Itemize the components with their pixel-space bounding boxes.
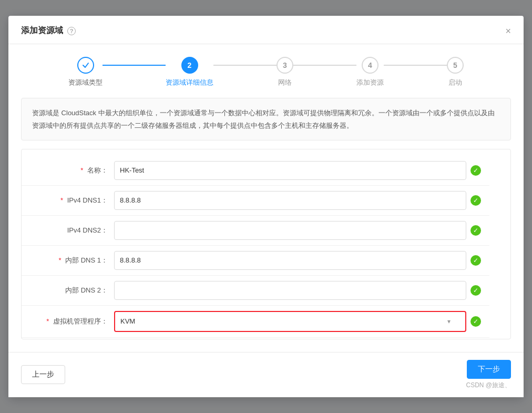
field-name-row: * 名称： ✓ <box>22 156 489 186</box>
field-networkoffering-row: 网络方案： Offering for Shared Security group… <box>22 338 489 339</box>
field-ipv4dns1-input-wrap: ✓ <box>114 191 481 210</box>
connector-2-3 <box>213 65 277 66</box>
step-1: 资源域类型 <box>68 57 103 87</box>
step-3: 3 网络 <box>277 57 293 87</box>
modal-title: 添加资源域 ? <box>21 25 76 36</box>
field-ipv4dns2-row: IPv4 DNS2： ✓ <box>22 216 489 246</box>
form-scroll-area[interactable]: * 名称： ✓ * IPv4 DNS1： <box>22 149 510 339</box>
title-text: 添加资源域 <box>21 25 63 36</box>
hypervisor-select-wrap: KVM VMware XenServer ▾ <box>114 311 466 332</box>
step-4-circle: 4 <box>362 57 378 74</box>
field-intdns1-input-wrap: ✓ <box>114 251 481 270</box>
ipv4dns1-input[interactable] <box>114 191 466 210</box>
field-intdns1-label: * 内部 DNS 1： <box>30 256 114 265</box>
close-button[interactable]: × <box>505 26 511 36</box>
field-ipv4dns1-row: * IPv4 DNS1： ✓ <box>22 186 489 216</box>
connector-3-4 <box>293 65 356 66</box>
next-button[interactable]: 下一步 <box>467 360 511 379</box>
step-1-circle <box>77 57 94 74</box>
field-intdns2-label: 内部 DNS 2： <box>30 286 114 295</box>
field-ipv4dns2-label: IPv4 DNS2： <box>30 226 114 235</box>
field-name-input-wrap: ✓ <box>114 161 481 180</box>
modal-header: 添加资源域 ? × <box>8 16 524 44</box>
connector-1-2 <box>103 65 166 66</box>
step-2: 2 资源域详细信息 <box>166 57 213 87</box>
modal-body: 资源域类型 2 资源域详细信息 3 网络 4 添加资源 <box>8 44 524 352</box>
field-hypervisor-input-wrap: KVM VMware XenServer ▾ ✓ <box>114 311 481 332</box>
intdns2-input[interactable] <box>114 281 466 300</box>
name-input[interactable] <box>114 161 466 180</box>
hypervisor-valid-icon: ✓ <box>470 316 481 327</box>
intdns2-valid-icon: ✓ <box>470 285 481 296</box>
step-3-circle: 3 <box>277 57 293 74</box>
field-intdns2-row: 内部 DNS 2： ✓ <box>22 276 489 306</box>
name-valid-icon: ✓ <box>470 165 481 176</box>
form-section: * 名称： ✓ * IPv4 DNS1： <box>21 149 511 339</box>
field-hypervisor-label: * 虚拟机管理程序： <box>30 317 114 326</box>
field-hypervisor-row: * 虚拟机管理程序： KVM VMware XenServer ▾ <box>22 306 489 338</box>
footer-right: 下一步 CSDN @旅途、 <box>466 360 511 390</box>
description-box: 资源域是 CloudStack 中最大的组织单位，一个资源域通常与一个数据中心相… <box>21 98 511 140</box>
description-text: 资源域是 CloudStack 中最大的组织单位，一个资源域通常与一个数据中心相… <box>32 109 495 129</box>
modal-footer: 上一步 下一步 CSDN @旅途、 <box>8 352 524 397</box>
step-5: 5 启动 <box>447 57 464 87</box>
field-name-label: * 名称： <box>30 166 114 175</box>
hypervisor-select[interactable]: KVM VMware XenServer <box>115 312 465 331</box>
ipv4dns2-input[interactable] <box>114 221 466 240</box>
step-3-label: 网络 <box>278 78 292 87</box>
step-4: 4 添加资源 <box>356 57 384 87</box>
watermark: CSDN @旅途、 <box>466 381 511 390</box>
ipv4dns1-valid-icon: ✓ <box>470 195 481 206</box>
step-1-label: 资源域类型 <box>68 78 103 87</box>
field-intdns1-row: * 内部 DNS 1： ✓ <box>22 246 489 276</box>
connector-4-5 <box>384 65 447 66</box>
intdns1-valid-icon: ✓ <box>470 255 481 266</box>
intdns1-input[interactable] <box>114 251 466 270</box>
step-2-label: 资源域详细信息 <box>166 78 213 87</box>
ipv4dns2-valid-icon: ✓ <box>470 225 481 236</box>
step-2-circle: 2 <box>181 57 198 74</box>
back-button[interactable]: 上一步 <box>21 365 65 384</box>
help-icon[interactable]: ? <box>67 27 76 35</box>
step-5-label: 启动 <box>448 78 462 87</box>
field-intdns2-input-wrap: ✓ <box>114 281 481 300</box>
field-ipv4dns2-input-wrap: ✓ <box>114 221 481 240</box>
steps-container: 资源域类型 2 资源域详细信息 3 网络 4 添加资源 <box>21 44 511 98</box>
step-4-label: 添加资源 <box>356 78 384 87</box>
add-zone-modal: 添加资源域 ? × 资源域类型 2 <box>8 16 524 397</box>
step-5-circle: 5 <box>447 57 464 74</box>
field-ipv4dns1-label: * IPv4 DNS1： <box>30 196 114 205</box>
